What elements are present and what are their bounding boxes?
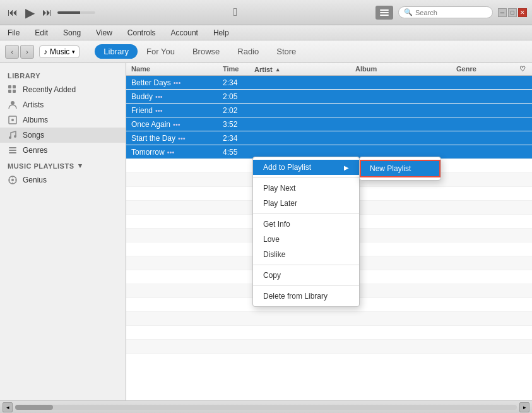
row-options-icon[interactable]: ••• (155, 107, 163, 114)
svg-rect-9 (9, 147, 16, 148)
sort-arrow-icon: ▲ (275, 66, 281, 73)
table-row[interactable] (126, 326, 532, 340)
context-menu-get-info[interactable]: Get Info (253, 217, 359, 232)
nav-back-button[interactable]: ‹ (5, 45, 19, 59)
title-bar: ⏮ ▶ ⏭  🔍 ─ □ ✕ (0, 0, 532, 25)
svg-rect-10 (9, 150, 16, 151)
row-time: 3:52 (220, 120, 252, 129)
table-row[interactable]: Once Again ••• 3:52 (126, 117, 532, 131)
context-menu-play-next[interactable]: Play Next (253, 181, 359, 196)
sidebar-item-genius[interactable]: Genius (0, 172, 126, 188)
genius-icon (8, 175, 18, 185)
sidebar-item-genres[interactable]: Genres (0, 143, 126, 158)
close-button[interactable]: ✕ (518, 8, 527, 17)
menu-song[interactable]: Song (61, 27, 83, 39)
source-chevron-icon: ▾ (72, 49, 75, 55)
menu-edit[interactable]: Edit (32, 27, 50, 39)
nav-arrows: ‹ › (5, 45, 34, 59)
songs-label: Songs (23, 131, 44, 140)
menu-view[interactable]: View (93, 27, 115, 39)
recently-added-icon (8, 85, 18, 95)
genres-icon (8, 145, 18, 155)
scroll-thumb[interactable] (15, 405, 53, 410)
content-area: Name Time Artist ▲ Album Genre ♡ Better … (126, 63, 532, 400)
table-row[interactable]: Start the Day ••• 2:34 (126, 131, 532, 145)
menu-controls[interactable]: Controls (125, 27, 158, 39)
table-row[interactable]: Buddy ••• 2:05 (126, 90, 532, 104)
menu-bar: File Edit Song View Controls Account Hel… (0, 25, 532, 40)
col-name-header[interactable]: Name (126, 65, 220, 73)
artists-label: Artists (23, 100, 44, 109)
context-menu: Add to Playlist ▶ Play Next Play Later G… (252, 157, 360, 307)
row-name: Start the Day ••• (126, 134, 220, 143)
row-time: 2:02 (220, 106, 252, 115)
menu-help[interactable]: Help (211, 27, 232, 39)
row-time: 4:55 (220, 148, 252, 157)
tab-bar: Library For You Browse Radio Store (95, 44, 305, 59)
row-name: Tomorrow ••• (126, 148, 220, 157)
row-options-icon[interactable]: ••• (174, 79, 181, 87)
next-button[interactable]: ⏭ (40, 6, 55, 20)
table-row[interactable] (126, 312, 532, 326)
volume-slider[interactable] (57, 11, 95, 14)
list-view-icon[interactable] (375, 6, 393, 20)
sidebar-item-songs[interactable]: Songs (0, 128, 126, 143)
sidebar-item-artists[interactable]: Artists (0, 97, 126, 112)
source-label: Music (50, 47, 69, 56)
context-menu-play-later[interactable]: Play Later (253, 196, 359, 211)
row-name: Better Days ••• (126, 78, 220, 87)
separator (253, 177, 359, 178)
col-artist-header[interactable]: Artist ▲ (252, 65, 353, 73)
nav-forward-button[interactable]: › (20, 45, 34, 59)
col-album-header[interactable]: Album (353, 65, 454, 73)
context-menu-copy[interactable]: Copy (253, 268, 359, 283)
tab-library[interactable]: Library (95, 44, 138, 59)
table-row[interactable]: Friend ••• 2:02 (126, 104, 532, 117)
svg-point-6 (11, 119, 14, 121)
context-menu-delete-from-library[interactable]: Delete from Library (253, 289, 359, 304)
separator (253, 265, 359, 265)
music-playlists-header[interactable]: Music Playlists ▾ (0, 158, 126, 172)
context-menu-love[interactable]: Love (253, 232, 359, 247)
table-row[interactable] (126, 340, 532, 354)
songs-icon (8, 130, 18, 140)
row-time: 2:05 (220, 92, 252, 101)
menu-account[interactable]: Account (168, 27, 201, 39)
context-menu-add-to-playlist[interactable]: Add to Playlist ▶ (253, 160, 359, 175)
search-box[interactable]: 🔍 (398, 6, 493, 18)
table-row[interactable]: Better Days ••• 2:34 (126, 76, 532, 90)
col-genre-header[interactable]: Genre (454, 65, 517, 73)
svg-rect-2 (8, 90, 11, 93)
tab-radio[interactable]: Radio (228, 44, 268, 59)
svg-rect-3 (13, 90, 16, 93)
row-options-icon[interactable]: ••• (155, 93, 163, 100)
row-time: 2:34 (220, 134, 252, 143)
row-options-icon[interactable]: ••• (178, 135, 186, 142)
separator (253, 285, 359, 286)
title-bar-center:  (233, 6, 238, 19)
col-time-header[interactable]: Time (220, 65, 252, 73)
sidebar-item-recently-added[interactable]: Recently Added (0, 82, 126, 97)
source-selector[interactable]: ♪ Music ▾ (39, 45, 80, 58)
recently-added-label: Recently Added (23, 85, 76, 94)
maximize-button[interactable]: □ (508, 8, 517, 17)
sidebar-item-albums[interactable]: Albums (0, 112, 126, 128)
context-menu-dislike[interactable]: Dislike (253, 247, 359, 262)
albums-label: Albums (23, 116, 48, 124)
menu-file[interactable]: File (5, 27, 22, 39)
tab-browse[interactable]: Browse (184, 44, 228, 59)
minimize-button[interactable]: ─ (498, 8, 507, 17)
play-button[interactable]: ▶ (23, 4, 37, 21)
scroll-left-button[interactable]: ◂ (3, 402, 13, 412)
row-options-icon[interactable]: ••• (167, 148, 175, 156)
scroll-right-button[interactable]: ▸ (519, 402, 529, 412)
scroll-track[interactable] (15, 405, 517, 410)
tab-for-you[interactable]: For You (138, 44, 184, 59)
tab-store[interactable]: Store (268, 44, 305, 59)
svg-point-8 (14, 135, 16, 138)
submenu-new-playlist[interactable]: New Playlist (360, 160, 440, 177)
row-options-icon[interactable]: ••• (173, 121, 180, 128)
prev-button[interactable]: ⏮ (5, 6, 20, 20)
svg-point-4 (11, 101, 15, 105)
search-input[interactable] (415, 9, 485, 16)
